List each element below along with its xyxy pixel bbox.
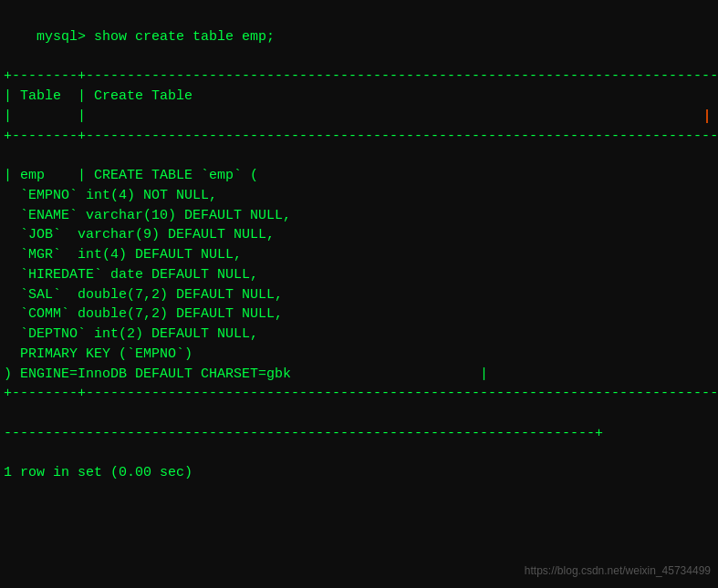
col-hiredate: `HIREDATE` date DEFAULT NULL, — [4, 265, 714, 285]
command-line: mysql> show create table emp; — [4, 7, 714, 67]
col-sal: `SAL` double(7,2) DEFAULT NULL, — [4, 285, 714, 305]
empty-line-2 — [4, 146, 714, 166]
terminal-window: mysql> show create table emp; +--------+… — [0, 0, 718, 588]
watermark: https://blog.csdn.net/weixin_45734499 — [525, 563, 711, 579]
col-job: `JOB` varchar(9) DEFAULT NULL, — [4, 225, 714, 245]
table-bottom-border-1: +--------+------------------------------… — [4, 384, 714, 404]
primary-key: PRIMARY KEY (`EMPNO`) — [4, 345, 714, 365]
empty-line-3 — [4, 404, 714, 424]
col-mgr: `MGR` int(4) DEFAULT NULL, — [4, 245, 714, 265]
table-top-border-1: +--------+------------------------------… — [4, 67, 714, 87]
table-bottom-border-2: ----------------------------------------… — [4, 424, 714, 444]
table-mid-border: +--------+------------------------------… — [4, 127, 714, 147]
col-empno: `EMPNO` int(4) NOT NULL, — [4, 186, 714, 206]
col-ename: `ENAME` varchar(10) DEFAULT NULL, — [4, 206, 714, 226]
create-table-start: | emp | CREATE TABLE `emp` ( — [4, 166, 714, 186]
table-header-row: | Table | Create Table | — [4, 87, 714, 107]
table-header-cursor-line: | | — [4, 107, 714, 127]
engine-line: ) ENGINE=InnoDB DEFAULT CHARSET=gbk | — [4, 365, 714, 385]
empty-line-4 — [4, 444, 714, 464]
col-comm: `COMM` double(7,2) DEFAULT NULL, — [4, 304, 714, 325]
result-summary: 1 row in set (0.00 sec) — [4, 463, 714, 483]
prompt: mysql> — [36, 29, 94, 45]
command-text: show create table emp; — [94, 29, 275, 45]
col-deptno: `DEPTNO` int(2) DEFAULT NULL, — [4, 325, 714, 345]
